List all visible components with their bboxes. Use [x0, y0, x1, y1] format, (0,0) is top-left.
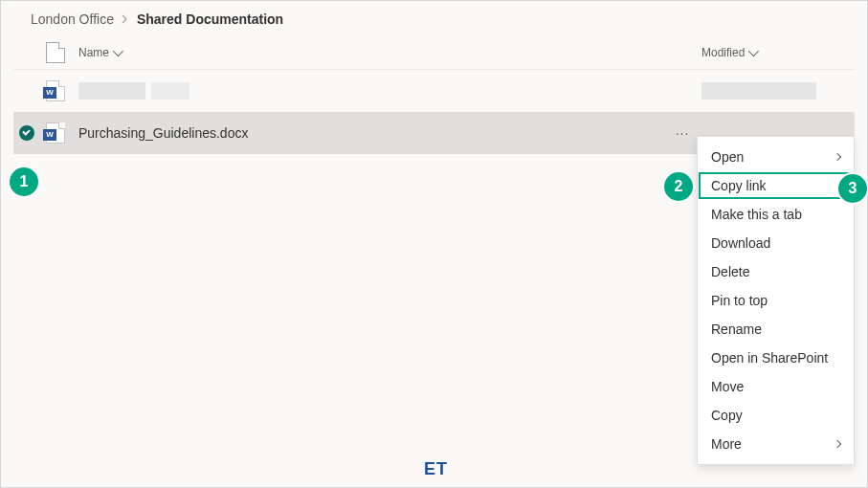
column-header-modified[interactable]: Modified — [701, 46, 855, 59]
menu-item-pin[interactable]: Pin to top — [698, 286, 854, 315]
more-actions-button[interactable]: ··· — [672, 125, 693, 141]
column-name-label: Name — [78, 46, 109, 59]
chevron-down-icon — [113, 46, 123, 56]
file-row[interactable]: W — [13, 70, 855, 112]
selected-check-icon[interactable] — [19, 125, 34, 141]
breadcrumb-current[interactable]: Shared Documentation — [137, 11, 283, 27]
file-type-header-icon[interactable] — [40, 42, 71, 63]
menu-item-make-tab[interactable]: Make this a tab — [698, 200, 854, 229]
menu-item-delete[interactable]: Delete — [698, 257, 854, 286]
annotation-step-3: 3 — [838, 174, 867, 203]
menu-label: Pin to top — [711, 293, 768, 308]
file-name: Purchasing_Guidelines.docx — [78, 125, 248, 141]
column-header-name[interactable]: Name — [71, 46, 701, 59]
breadcrumb: London Office Shared Documentation — [0, 0, 868, 36]
watermark: ET — [424, 459, 448, 479]
menu-item-download[interactable]: Download — [698, 229, 854, 257]
menu-label: Rename — [711, 322, 762, 337]
menu-item-more[interactable]: More — [698, 430, 854, 458]
chevron-right-icon — [834, 440, 841, 448]
menu-label: Download — [711, 235, 770, 251]
column-modified-label: Modified — [701, 46, 745, 59]
menu-label: Open in SharePoint — [711, 350, 828, 366]
redacted-name — [151, 82, 189, 100]
menu-item-move[interactable]: Move — [698, 372, 854, 401]
redacted-name — [78, 82, 145, 100]
context-menu: Open Copy link Make this a tab Download … — [697, 136, 855, 465]
breadcrumb-root[interactable]: London Office — [31, 11, 114, 27]
menu-label: Move — [711, 379, 744, 394]
chevron-right-icon — [122, 11, 129, 27]
redacted-modified — [701, 82, 816, 100]
word-file-icon: W — [46, 122, 65, 144]
chevron-right-icon — [834, 153, 841, 161]
annotation-step-2: 2 — [664, 172, 693, 201]
menu-item-copy[interactable]: Copy — [698, 401, 854, 430]
word-file-icon: W — [46, 80, 65, 101]
annotation-step-1: 1 — [10, 167, 38, 196]
menu-label: Delete — [711, 264, 749, 279]
menu-item-open-sharepoint[interactable]: Open in SharePoint — [698, 344, 854, 372]
list-header: Name Modified — [13, 36, 855, 70]
menu-label: Copy — [711, 408, 743, 423]
menu-item-copy-link[interactable]: Copy link — [698, 171, 854, 200]
menu-label: Make this a tab — [711, 207, 802, 222]
menu-item-rename[interactable]: Rename — [698, 315, 854, 344]
chevron-down-icon — [748, 46, 759, 56]
menu-item-open[interactable]: Open — [698, 143, 854, 171]
menu-label: More — [711, 436, 742, 452]
menu-label: Copy link — [711, 178, 767, 193]
menu-label: Open — [711, 149, 744, 165]
